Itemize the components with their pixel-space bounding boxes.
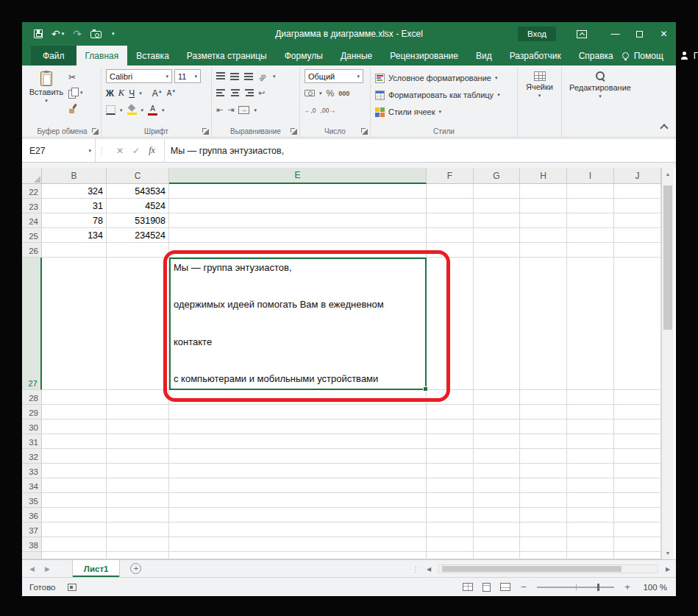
insert-function-button[interactable]: fx [149, 145, 155, 156]
row-header-35[interactable]: 35 [22, 493, 42, 508]
tab-Разметка страницы[interactable]: Разметка страницы [178, 46, 276, 66]
conditional-formatting-button[interactable]: Условное форматирование▾ [375, 71, 500, 85]
row-header-28[interactable]: 28 [22, 390, 42, 405]
cell-G36[interactable] [474, 508, 520, 523]
cell-J23[interactable] [614, 199, 661, 213]
fill-handle[interactable] [423, 386, 428, 392]
format-as-table-button[interactable]: Форматировать как таблицу▾ [375, 88, 500, 102]
page-layout-view-button[interactable] [482, 583, 491, 592]
cell-H23[interactable] [520, 199, 567, 213]
cell-E31[interactable] [169, 434, 427, 449]
active-cell[interactable]: Мы — группа энтузиастов,одержимых идеей … [169, 258, 427, 390]
cell-B27[interactable] [42, 258, 107, 390]
cell-C29[interactable] [107, 405, 169, 419]
increase-decimal-button[interactable]: ←,0 [305, 107, 316, 114]
cell-C32[interactable] [107, 449, 169, 464]
sheet-next-icon[interactable]: ▶ [45, 565, 50, 573]
cell-J34[interactable] [614, 478, 661, 493]
cell-G31[interactable] [474, 434, 520, 449]
cell-B30[interactable] [42, 419, 107, 434]
cell-C33[interactable] [107, 464, 169, 478]
cell-E22[interactable] [169, 184, 427, 199]
cell-C30[interactable] [107, 419, 169, 434]
formula-bar-splitter[interactable]: ⋮ [96, 139, 107, 162]
scroll-up-icon[interactable]: ▲ [662, 168, 674, 180]
cell-I31[interactable] [567, 434, 614, 449]
cell-partial[interactable] [427, 552, 474, 559]
help-button[interactable]: Помощ [634, 51, 663, 61]
cell-F38[interactable] [427, 537, 474, 552]
cell-E28[interactable] [169, 390, 427, 405]
cell-J25[interactable] [614, 228, 661, 243]
paste-button[interactable]: Вставить ▾ [28, 69, 65, 125]
cell-B36[interactable] [42, 508, 107, 523]
cancel-entry-button[interactable]: ✕ [116, 146, 124, 156]
cell-J29[interactable] [614, 405, 661, 419]
cell-E30[interactable] [169, 419, 427, 434]
row-header-23[interactable]: 23 [22, 199, 42, 213]
cell-C28[interactable] [107, 390, 169, 405]
align-left-button[interactable] [216, 89, 226, 97]
cell-H36[interactable] [520, 508, 567, 523]
horizontal-scroll-track[interactable] [438, 564, 658, 573]
number-format-combo[interactable]: Общий▾ [305, 69, 363, 83]
comma-format-button[interactable]: 000 [338, 90, 349, 97]
cell-I25[interactable] [567, 228, 614, 243]
cell-F34[interactable] [427, 478, 474, 493]
horizontal-scrollbar[interactable]: ⋮ ◀ ▶ [412, 563, 673, 575]
row-header-24[interactable]: 24 [22, 213, 42, 228]
cell-G34[interactable] [474, 478, 520, 493]
cell-F22[interactable] [427, 184, 474, 199]
cell-G24[interactable] [474, 213, 520, 228]
italic-button[interactable]: К [118, 88, 124, 99]
cell-G37[interactable] [474, 523, 520, 537]
cell-J22[interactable] [614, 184, 661, 199]
add-sheet-button[interactable]: + [130, 563, 141, 574]
cell-J37[interactable] [614, 523, 661, 537]
sign-in-button[interactable]: Вход [518, 26, 556, 41]
cell-E26[interactable] [169, 243, 427, 258]
align-right-button[interactable] [244, 89, 254, 97]
scroll-left-icon[interactable]: ◀ [424, 566, 434, 573]
editing-button[interactable]: Редактирование ▾ [569, 69, 631, 125]
column-header-H[interactable]: H [520, 168, 567, 184]
cell-B34[interactable] [42, 478, 107, 493]
cell-C23[interactable]: 4524 [107, 199, 169, 213]
cell-B24[interactable]: 78 [42, 213, 107, 228]
select-all-corner[interactable] [22, 168, 42, 184]
cell-I26[interactable] [567, 243, 614, 258]
minimize-button[interactable]: — [603, 24, 627, 44]
cell-I33[interactable] [567, 464, 614, 478]
row-header-29[interactable]: 29 [22, 405, 42, 419]
cell-E24[interactable] [169, 213, 427, 228]
cell-B31[interactable] [42, 434, 107, 449]
zoom-level[interactable]: 100 % [641, 583, 667, 592]
row-header-32[interactable]: 32 [22, 449, 42, 464]
cell-C36[interactable] [107, 508, 169, 523]
cell-B22[interactable]: 324 [42, 184, 107, 199]
cell-H33[interactable] [520, 464, 567, 478]
cell-B26[interactable] [42, 243, 107, 258]
cell-F37[interactable] [427, 523, 474, 537]
tab-Вид[interactable]: Вид [467, 46, 501, 66]
cell-G26[interactable] [474, 243, 520, 258]
cell-I34[interactable] [567, 478, 614, 493]
cell-C26[interactable] [107, 243, 169, 258]
cell-F28[interactable] [427, 390, 474, 405]
tab-Файл[interactable]: Файл [31, 46, 76, 66]
cell-J33[interactable] [614, 464, 661, 478]
cell-C37[interactable] [107, 523, 169, 537]
cell-J38[interactable] [614, 537, 661, 552]
cell-J28[interactable] [614, 390, 661, 405]
cell-G23[interactable] [474, 199, 520, 213]
font-size-combo[interactable]: 11▾ [174, 69, 201, 83]
align-top-button[interactable] [216, 72, 226, 80]
cell-J24[interactable] [614, 213, 661, 228]
customize-qat-button[interactable]: ▾ [106, 24, 119, 44]
cell-J26[interactable] [614, 243, 661, 258]
cell-partial[interactable] [42, 552, 107, 559]
column-header-I[interactable]: I [567, 168, 614, 184]
alignment-dialog-launcher[interactable] [291, 128, 297, 135]
cell-G38[interactable] [474, 537, 520, 552]
currency-format-icon[interactable] [305, 90, 315, 96]
